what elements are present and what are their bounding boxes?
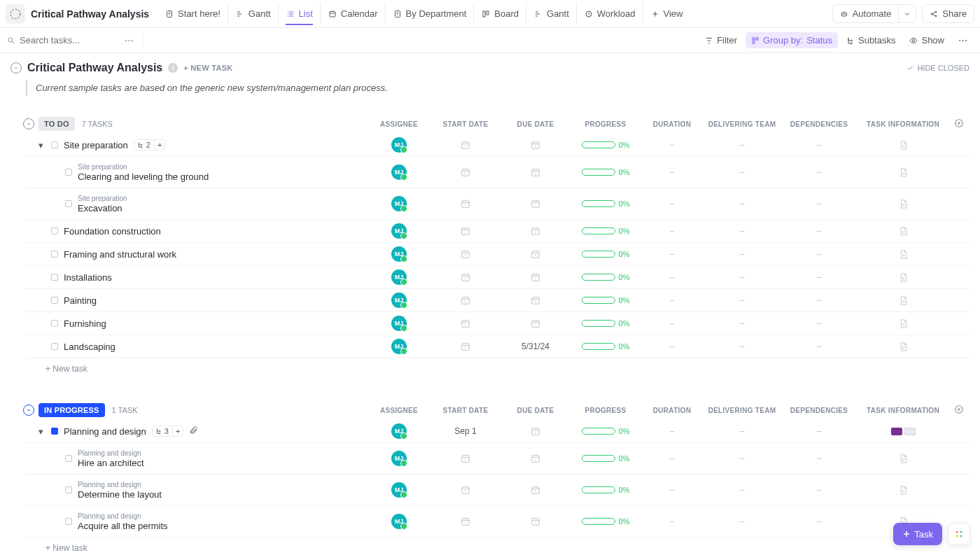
duration-cell[interactable]: – [640,517,704,526]
col-task-info[interactable]: TASK INFORMATION [858,120,948,128]
assignee-cell[interactable]: MJ [368,223,430,239]
assignee-cell[interactable]: MJ [368,423,430,439]
col-duration[interactable]: DURATION [640,407,704,414]
col-dependencies[interactable]: DEPENDENCIES [780,407,858,414]
dependencies-cell[interactable]: – [780,517,858,526]
subtask-count-badge[interactable]: 3+ [152,426,184,437]
avatar[interactable]: MJ [391,482,407,498]
avatar[interactable]: MJ [391,293,407,308]
delivering-team-cell[interactable]: – [704,226,780,236]
task-info-icon[interactable] [898,453,909,465]
col-delivering-team[interactable]: DELIVERING TEAM [704,407,780,414]
start-date-cell[interactable] [430,198,500,209]
list-title[interactable]: Critical Pathway Analysis [27,62,162,74]
task-name[interactable]: Landscaping [64,342,115,352]
task-name[interactable]: Furnishing [64,318,106,329]
share-button[interactable]: Share [922,4,974,23]
new-task-row[interactable]: + New task [10,358,969,379]
progress-cell[interactable]: 0% [570,342,640,351]
task-name[interactable]: Planning and design [64,426,146,437]
subtask-row[interactable]: Site preparation Excavation MJ 0% – – – [24,188,969,220]
col-assignee[interactable]: ASSIGNEE [368,407,430,414]
col-due-date[interactable]: DUE DATE [500,407,570,414]
due-date-cell[interactable] [500,453,570,464]
add-column-button[interactable] [948,405,969,416]
duration-cell[interactable]: – [640,140,704,150]
dependencies-cell[interactable]: – [780,199,858,209]
task-info-cell[interactable] [858,428,948,435]
task-info-icon[interactable] [898,139,909,151]
task-name[interactable]: Painting [64,295,97,306]
start-date-cell[interactable] [430,484,500,496]
task-info-thumbnails[interactable] [858,428,948,435]
list-description[interactable]: Current sample tasks are based on the ge… [26,80,969,96]
status-checkbox[interactable] [65,169,72,176]
avatar[interactable]: MJ [391,423,407,439]
delivering-team-cell[interactable]: – [704,517,780,526]
subtask-count-badge[interactable]: 2+ [134,139,166,150]
task-row[interactable]: Landscaping MJ 5/31/24 0% – – – [24,335,969,358]
toolbar-more[interactable]: ⋯ [125,35,134,45]
status-checkbox[interactable] [51,343,58,350]
dependencies-cell[interactable]: – [780,272,858,282]
dependencies-cell[interactable]: – [780,167,858,177]
task-info-icon[interactable] [898,167,909,178]
progress-cell[interactable]: 0% [570,141,640,149]
subtasks-button[interactable]: Subtasks [841,32,901,48]
view-tab-view[interactable]: View [643,3,690,24]
task-info-cell[interactable] [858,225,948,237]
due-date-cell[interactable] [500,225,570,237]
progress-cell[interactable]: 0% [570,427,640,435]
start-date-cell[interactable] [430,318,500,329]
delivering-team-cell[interactable]: – [704,140,780,150]
view-tab-board[interactable]: Board [473,3,526,24]
due-date-cell[interactable] [500,516,570,527]
hide-closed-button[interactable]: HIDE CLOSED [906,64,969,72]
due-date-cell[interactable] [500,248,570,260]
subtask-row[interactable]: Planning and design Hire an architect MJ… [24,443,969,475]
view-tab-by-department[interactable]: By Department [385,3,474,24]
start-date-cell[interactable] [430,167,500,178]
view-tab-list[interactable]: List [278,3,320,24]
task-info-icon[interactable] [898,318,909,330]
attachment-icon[interactable] [189,426,198,437]
info-icon[interactable]: i [168,63,178,73]
task-info-icon[interactable] [898,225,909,237]
start-date-cell[interactable] [430,272,500,283]
view-tab-workload[interactable]: Workload [576,3,643,24]
duration-cell[interactable]: – [640,249,704,259]
status-checkbox[interactable] [51,251,58,258]
search-input[interactable] [20,35,111,45]
task-name[interactable]: Hire an architect [78,458,144,468]
view-tab-start-here-[interactable]: Start here! [158,3,227,24]
task-row[interactable]: Foundation construction MJ 0% – – – [24,220,969,243]
delivering-team-cell[interactable]: – [704,485,780,495]
dependencies-cell[interactable]: – [780,485,858,495]
col-duration[interactable]: DURATION [640,120,704,128]
show-button[interactable]: Show [904,32,950,48]
dependencies-cell[interactable]: – [780,226,858,236]
task-info-icon[interactable] [898,248,909,260]
task-info-icon[interactable] [898,272,909,283]
assignee-cell[interactable]: MJ [368,482,430,498]
assignee-cell[interactable]: MJ [368,293,430,308]
assignee-cell[interactable]: MJ [368,196,430,211]
due-date-cell[interactable] [500,484,570,496]
avatar[interactable]: MJ [391,514,407,529]
group-collapse-icon[interactable] [23,405,34,416]
dependencies-cell[interactable]: – [780,426,858,436]
dependencies-cell[interactable]: – [780,249,858,259]
col-assignee[interactable]: ASSIGNEE [368,120,430,128]
duration-cell[interactable]: – [640,318,704,328]
project-title[interactable]: Critical Pathway Analysis [31,8,149,20]
task-info-cell[interactable] [858,139,948,151]
duration-cell[interactable]: – [640,485,704,495]
status-checkbox[interactable] [65,518,72,525]
filter-button[interactable]: Filter [699,32,743,48]
due-date-cell[interactable]: 5/31/24 [500,342,570,351]
progress-cell[interactable]: 0% [570,454,640,463]
status-pill[interactable]: TO DO [38,117,75,131]
view-tab-gantt[interactable]: Gantt [227,3,278,24]
progress-cell[interactable]: 0% [570,227,640,235]
due-date-cell[interactable] [500,272,570,283]
